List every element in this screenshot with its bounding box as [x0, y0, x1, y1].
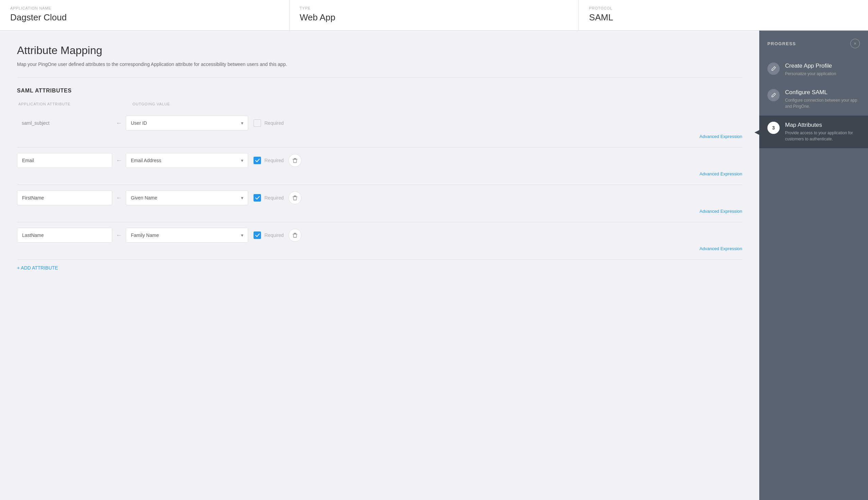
- step-content: Configure SAML Configure connection betw…: [785, 89, 860, 110]
- column-headers: APPLICATION ATTRIBUTE OUTGOING VALUE: [17, 102, 742, 106]
- page-layout: Attribute Mapping Map your PingOne user …: [0, 31, 868, 500]
- type-section: TYPE Web App: [289, 0, 579, 30]
- step-description: Configure connection between your app an…: [785, 97, 860, 110]
- step-title: Create App Profile: [785, 62, 836, 69]
- step-description: Provide access to your application for c…: [785, 130, 860, 142]
- add-attribute-button[interactable]: + ADD ATTRIBUTE: [17, 260, 58, 276]
- steps-container: Create App Profile Personalize your appl…: [759, 56, 868, 148]
- app-name-value: Dagster Cloud: [10, 12, 279, 23]
- outgoing-value-select[interactable]: Email Address User ID Email Address Give…: [126, 153, 248, 168]
- delete-attribute-button[interactable]: [288, 154, 301, 167]
- attribute-row-main: ← Given Name User ID Email Address Given…: [17, 185, 742, 207]
- required-label: Required: [264, 195, 284, 201]
- page-title: Attribute Mapping: [17, 44, 742, 57]
- required-label: Required: [264, 158, 284, 163]
- col-app-attr-header: APPLICATION ATTRIBUTE: [18, 102, 114, 106]
- attribute-row: saml_subject ← User ID User ID Email Add…: [17, 110, 742, 148]
- attribute-row: ← Family Name User ID Email Address Give…: [17, 222, 742, 260]
- outgoing-value-wrapper: User ID User ID Email Address Given Name…: [126, 116, 248, 130]
- arrow-left-icon: ←: [112, 157, 126, 164]
- step-icon: [767, 62, 780, 75]
- outgoing-value-select[interactable]: Given Name User ID Email Address Given N…: [126, 190, 248, 205]
- protocol-label: PROTOCOL: [589, 6, 858, 10]
- required-checkbox[interactable]: [253, 231, 261, 239]
- advanced-expression-link[interactable]: Advanced Expression: [17, 133, 742, 143]
- delete-attribute-button[interactable]: [288, 191, 301, 204]
- attributes-container: saml_subject ← User ID User ID Email Add…: [17, 110, 742, 260]
- advanced-expression-link[interactable]: Advanced Expression: [17, 245, 742, 254]
- app-name-label: APPLICATION NAME: [10, 6, 279, 10]
- protocol-value: SAML: [589, 12, 858, 23]
- required-section: Required: [253, 157, 284, 164]
- advanced-expression-link[interactable]: Advanced Expression: [17, 207, 742, 217]
- attribute-row: ← Email Address User ID Email Address Gi…: [17, 148, 742, 185]
- header-bar: APPLICATION NAME Dagster Cloud TYPE Web …: [0, 0, 868, 31]
- required-label: Required: [264, 232, 284, 238]
- step-icon: 3: [767, 122, 780, 134]
- attribute-row-main: saml_subject ← User ID User ID Email Add…: [17, 110, 742, 133]
- active-step-arrow: ◀: [754, 127, 761, 137]
- required-section: Required: [253, 231, 284, 239]
- progress-step-map-attributes[interactable]: ◀ 3 Map Attributes Provide access to you…: [759, 116, 868, 148]
- type-value: Web App: [300, 12, 569, 23]
- outgoing-value-select[interactable]: Family Name User ID Email Address Given …: [126, 228, 248, 243]
- step-icon: [767, 89, 780, 101]
- outgoing-value-wrapper: Email Address User ID Email Address Give…: [126, 153, 248, 168]
- step-number: 3: [772, 125, 775, 130]
- required-checkbox[interactable]: [253, 119, 261, 127]
- step-content: Create App Profile Personalize your appl…: [785, 62, 836, 77]
- trash-icon: [292, 195, 298, 201]
- required-checkbox[interactable]: [253, 157, 261, 164]
- svg-rect-5: [294, 233, 296, 234]
- app-attr-input[interactable]: [17, 228, 112, 243]
- step-description: Personalize your application: [785, 71, 836, 77]
- main-content: Attribute Mapping Map your PingOne user …: [0, 31, 759, 500]
- progress-step-configure-saml[interactable]: Configure SAML Configure connection betw…: [759, 83, 868, 116]
- outgoing-value-wrapper: Given Name User ID Email Address Given N…: [126, 190, 248, 205]
- app-attr-readonly: saml_subject: [17, 116, 112, 130]
- required-checkbox[interactable]: [253, 194, 261, 202]
- arrow-left-icon: ←: [112, 194, 126, 202]
- page-description: Map your PingOne user defined attributes…: [17, 61, 742, 67]
- required-section: Required: [253, 119, 284, 127]
- required-label: Required: [264, 120, 284, 126]
- type-label: TYPE: [300, 6, 569, 10]
- progress-title: PROGRESS: [767, 41, 796, 46]
- pencil-icon: [771, 66, 776, 71]
- arrow-left-icon: ←: [112, 120, 126, 127]
- close-icon: ×: [854, 41, 856, 46]
- outgoing-value-wrapper: Family Name User ID Email Address Given …: [126, 228, 248, 243]
- close-button[interactable]: ×: [850, 39, 860, 48]
- trash-icon: [292, 158, 298, 163]
- section-divider: [17, 77, 742, 78]
- step-title: Map Attributes: [785, 122, 860, 128]
- required-section: Required: [253, 194, 284, 202]
- saml-section-title: SAML ATTRIBUTES: [17, 88, 742, 94]
- attribute-row-main: ← Email Address User ID Email Address Gi…: [17, 148, 742, 170]
- delete-attribute-button[interactable]: [288, 229, 301, 242]
- trash-icon: [292, 232, 298, 238]
- attribute-row-main: ← Family Name User ID Email Address Give…: [17, 222, 742, 245]
- step-title: Configure SAML: [785, 89, 860, 96]
- arrow-left-icon: ←: [112, 232, 126, 239]
- svg-rect-1: [294, 158, 296, 159]
- app-attr-input[interactable]: [17, 190, 112, 205]
- pencil-icon: [771, 92, 776, 98]
- col-outgoing-header: OUTGOING VALUE: [133, 102, 170, 106]
- app-attr-input[interactable]: [17, 153, 112, 168]
- svg-rect-3: [294, 196, 296, 196]
- protocol-section: PROTOCOL SAML: [579, 0, 868, 30]
- app-name-section: APPLICATION NAME Dagster Cloud: [0, 0, 289, 30]
- progress-step-create-app-profile[interactable]: Create App Profile Personalize your appl…: [759, 56, 868, 83]
- outgoing-value-select[interactable]: User ID User ID Email Address Given Name…: [126, 116, 248, 130]
- progress-sidebar: PROGRESS × Create App Profile Personaliz…: [759, 31, 868, 500]
- advanced-expression-link[interactable]: Advanced Expression: [17, 170, 742, 180]
- progress-header: PROGRESS ×: [759, 39, 868, 56]
- attribute-row: ← Given Name User ID Email Address Given…: [17, 185, 742, 222]
- step-content: Map Attributes Provide access to your ap…: [785, 122, 860, 142]
